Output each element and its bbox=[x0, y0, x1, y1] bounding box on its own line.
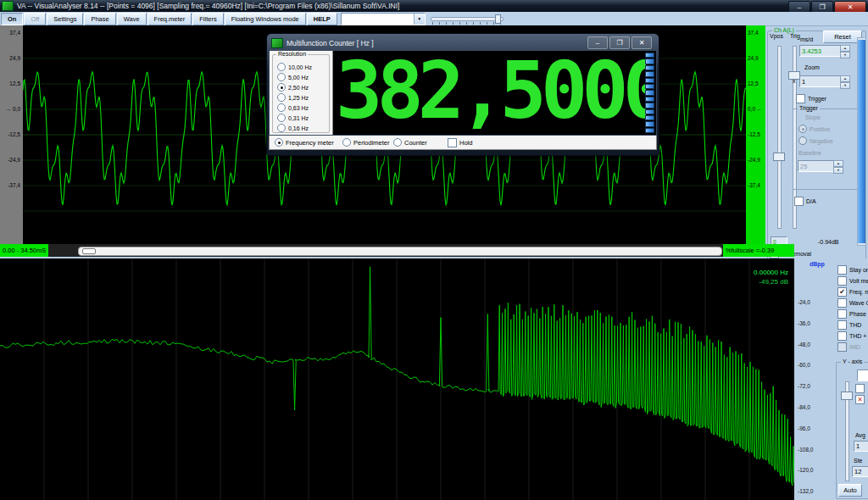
zoom-value-field[interactable]: 1 bbox=[799, 75, 843, 87]
scope-status-bar: 0.00 - 34.50mS %fullscale =-0.39 bbox=[0, 244, 794, 257]
checkbox-box[interactable]: ✕ bbox=[855, 395, 865, 404]
vpos-slider-handle[interactable] bbox=[773, 153, 785, 161]
side-checkbox-freq-m[interactable]: ✔Freq. m bbox=[837, 287, 868, 297]
checkbox-box[interactable] bbox=[837, 265, 847, 275]
msd-spinner[interactable]: ▲▼ bbox=[840, 45, 850, 57]
radio-dot[interactable] bbox=[277, 83, 286, 92]
toolbar-button-phase[interactable]: Phase bbox=[84, 13, 115, 25]
titlebar[interactable]: VA -- VisualAnalyser 8.14 -- [Points = 4… bbox=[0, 0, 868, 12]
yaxis-option-checkbox-2[interactable]: ✕ bbox=[855, 395, 865, 404]
scope-scrollbar[interactable] bbox=[78, 247, 722, 256]
scope-y-tick-label: 12,5 bbox=[748, 81, 759, 86]
checkbox-box[interactable] bbox=[837, 320, 847, 330]
panel-scrollbar-thumb[interactable] bbox=[858, 40, 865, 243]
zoom-spinner[interactable]: ▲▼ bbox=[840, 75, 850, 87]
panel-scrollbar[interactable] bbox=[857, 37, 866, 246]
baseline-field[interactable]: 25 bbox=[798, 160, 837, 172]
da-checkbox[interactable]: D/A bbox=[794, 197, 816, 206]
radio-dot[interactable] bbox=[277, 114, 286, 122]
scope-y-tick-label: 0,0 ← bbox=[748, 106, 762, 112]
resolution-option-1000[interactable]: 10,00 Hz bbox=[277, 63, 312, 71]
counter-window[interactable]: Multifunction Counter [ Hz ] – ❐ ✕ Resol… bbox=[266, 33, 659, 156]
radio-dot[interactable] bbox=[277, 73, 286, 81]
checkbox-box[interactable] bbox=[448, 138, 457, 147]
slope-positive-radio[interactable]: Positive bbox=[798, 125, 831, 133]
mode-radio-counter[interactable]: Counter bbox=[393, 138, 427, 147]
radio-dot[interactable] bbox=[393, 138, 402, 147]
scope-y-tick-label: -37,4 bbox=[8, 182, 20, 188]
toolbar-button-off[interactable]: Off bbox=[24, 13, 46, 25]
yaxis-option-checkbox-1[interactable] bbox=[855, 384, 865, 393]
radio-dot[interactable] bbox=[277, 103, 286, 112]
scope-y-tick-label: -24,9 bbox=[8, 157, 20, 163]
side-checkbox-imd[interactable]: IMD bbox=[837, 342, 860, 352]
avg-field[interactable]: 1 bbox=[854, 441, 868, 452]
step-field[interactable]: 12 bbox=[852, 466, 868, 477]
resolution-option-016[interactable]: 0,16 Hz bbox=[277, 124, 309, 132]
mode-radio-frequency-meter[interactable]: Frequency meter bbox=[275, 138, 334, 147]
msd-value-field[interactable]: 3.4253 bbox=[799, 45, 843, 57]
yaxis-slider[interactable] bbox=[840, 381, 852, 481]
checkbox-box[interactable] bbox=[794, 197, 804, 206]
resolution-option-250[interactable]: 2,50 Hz bbox=[277, 83, 309, 92]
toolbar-button-help[interactable]: HELP bbox=[307, 13, 337, 25]
yaxis-slider-handle[interactable] bbox=[841, 392, 853, 400]
avg-label: Avg bbox=[855, 432, 865, 438]
baseline-spinner[interactable]: ▲▼ bbox=[833, 160, 843, 172]
resolution-option-031[interactable]: 0,31 Hz bbox=[277, 114, 309, 122]
checkbox-box[interactable] bbox=[837, 276, 847, 286]
hold-checkbox[interactable]: Hold bbox=[448, 138, 472, 147]
checkbox-box[interactable] bbox=[837, 331, 847, 341]
mode-radio-periodimeter[interactable]: Periodimeter bbox=[342, 138, 390, 147]
side-checkbox-thd-n[interactable]: THD + N bbox=[837, 331, 868, 341]
checkbox-box[interactable] bbox=[837, 309, 847, 319]
vpos-slider[interactable] bbox=[772, 46, 784, 229]
toolbar-button-filters[interactable]: Filters bbox=[192, 13, 223, 25]
checkbox-box[interactable] bbox=[837, 342, 847, 352]
resolution-option-063[interactable]: 0,63 Hz bbox=[277, 103, 309, 112]
side-checkbox-volt-me[interactable]: Volt me bbox=[837, 276, 868, 286]
chevron-down-icon[interactable]: ▼ bbox=[414, 14, 425, 25]
spectrum-y-tick-label: -120,0 bbox=[798, 467, 813, 473]
checkbox-box[interactable]: ✔ bbox=[837, 287, 847, 297]
radio-dot[interactable] bbox=[277, 63, 286, 71]
radio-dot[interactable] bbox=[277, 93, 286, 102]
minimize-button[interactable]: – bbox=[788, 1, 810, 13]
scope-scrollbar-thumb[interactable] bbox=[82, 248, 96, 254]
toolbar-combobox[interactable]: ▼ bbox=[341, 13, 426, 25]
radio-dot[interactable] bbox=[798, 125, 807, 133]
level-bar-segment bbox=[645, 78, 654, 83]
level-bar-segment bbox=[645, 58, 654, 64]
vpos-slider-track bbox=[777, 46, 782, 229]
checkbox-box[interactable] bbox=[796, 94, 805, 103]
toolbar-button-settings[interactable]: Settings bbox=[47, 13, 83, 25]
toolbar-button-floating-windows-mode[interactable]: Floating Windows mode bbox=[225, 13, 306, 25]
checkbox-box[interactable] bbox=[837, 298, 847, 308]
toolbar-button-wave[interactable]: Wave bbox=[117, 13, 147, 25]
radio-dot[interactable] bbox=[342, 138, 351, 147]
radio-dot[interactable] bbox=[275, 138, 283, 147]
trigger-checkbox[interactable]: Trigger bbox=[796, 94, 826, 103]
toolbar-button-freq-meter[interactable]: Freq.meter bbox=[147, 13, 192, 25]
maximize-button[interactable]: ❐ bbox=[811, 1, 833, 13]
resolution-option-500[interactable]: 5,00 Hz bbox=[277, 73, 309, 81]
toolbar-slider[interactable] bbox=[431, 14, 504, 25]
spectrum-y-tick-label: -84,0 bbox=[798, 404, 810, 410]
auto-button[interactable]: Auto bbox=[838, 484, 862, 497]
side-checkbox-stay-on[interactable]: Stay on bbox=[837, 265, 868, 275]
radio-dot[interactable] bbox=[798, 136, 807, 145]
spectrum-plot[interactable] bbox=[0, 258, 794, 500]
close-button[interactable]: ✕ bbox=[834, 1, 866, 13]
resolution-panel: Resolution 10,00 Hz5,00 Hz2,50 Hz1,25 Hz… bbox=[270, 51, 333, 135]
side-checkbox-wave-g[interactable]: Wave G bbox=[837, 298, 868, 308]
resolution-option-125[interactable]: 1,25 Hz bbox=[277, 93, 309, 102]
side-checkbox-phase[interactable]: Phase bbox=[837, 309, 866, 319]
toolbar-button-on[interactable]: On bbox=[1, 13, 23, 25]
yaxis-scale-combobox[interactable]: ▼ bbox=[857, 369, 868, 381]
slider-thumb[interactable] bbox=[495, 14, 501, 24]
scope-y-axis-left: 37,424,912,5→ 0,0-12,5-24,9-37,4 bbox=[0, 25, 24, 244]
slope-negative-radio[interactable]: Negative bbox=[798, 136, 833, 145]
checkbox-box[interactable] bbox=[855, 384, 865, 393]
side-checkbox-thd[interactable]: THD bbox=[837, 320, 861, 330]
radio-dot[interactable] bbox=[277, 124, 286, 132]
